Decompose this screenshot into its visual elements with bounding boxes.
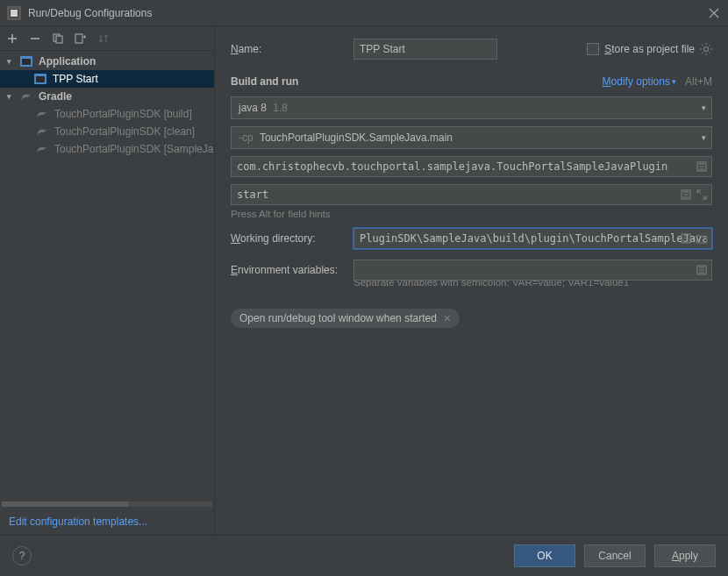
section-title: Build and run <box>231 75 603 88</box>
expand-icon[interactable] <box>695 188 709 202</box>
main-class-input[interactable] <box>231 156 712 177</box>
svg-rect-6 <box>22 59 31 65</box>
classpath-dropdown[interactable]: -cp TouchPortalPluginSDK.SampleJava.main… <box>231 126 712 149</box>
copy-icon[interactable] <box>51 32 65 46</box>
list-icon[interactable] <box>679 188 693 202</box>
sidebar: ▾ Application TPP Start ▾ Gradle TouchPo… <box>0 26 215 535</box>
ok-button[interactable]: OK <box>514 544 575 567</box>
chevron-down-icon: ▾ <box>702 133 706 142</box>
gradle-icon <box>35 108 49 120</box>
workdir-row: Working directory: <box>231 228 712 249</box>
gradle-icon <box>35 125 49 138</box>
jdk-name: java 8 <box>239 102 267 114</box>
modify-options-link[interactable]: Modify options ▾ <box>603 75 676 88</box>
folder-icon[interactable] <box>695 231 709 245</box>
tree-node-tpp-start[interactable]: TPP Start <box>0 70 214 88</box>
svg-rect-3 <box>56 36 62 43</box>
tree-node-gradle-build[interactable]: TouchPortalPluginSDK [build] <box>0 105 214 123</box>
main-panel: Name: Store as project file Build and ru… <box>215 26 728 535</box>
tree-node-gradle-samplejava[interactable]: TouchPortalPluginSDK [SampleJava <box>0 140 214 158</box>
add-icon[interactable] <box>5 32 19 46</box>
chip-label: Open run/debug tool window when started <box>239 312 437 324</box>
option-chip[interactable]: Open run/debug tool window when started … <box>231 309 460 328</box>
tree-label: TouchPortalPluginSDK [clean] <box>54 125 195 138</box>
build-run-header: Build and run Modify options ▾ Alt+M <box>231 75 712 88</box>
footer: ? OK Cancel Apply <box>0 535 728 576</box>
svg-rect-4 <box>75 34 82 43</box>
workdir-label: Working directory: <box>231 232 353 245</box>
application-icon <box>33 73 47 85</box>
cancel-button[interactable]: Cancel <box>584 544 646 567</box>
body: ▾ Application TPP Start ▾ Gradle TouchPo… <box>0 26 728 535</box>
save-template-icon[interactable] <box>74 32 88 46</box>
name-input[interactable] <box>353 39 497 60</box>
sidebar-toolbar <box>0 26 214 51</box>
cp-prefix: -cp <box>239 132 253 144</box>
gradle-icon <box>19 90 33 103</box>
close-icon[interactable] <box>707 6 721 20</box>
field-hint: Press Alt for field hints <box>231 209 712 219</box>
chevron-down-icon: ▾ <box>7 57 16 66</box>
tree-label: Application <box>39 55 96 68</box>
tree-label: TouchPortalPluginSDK [SampleJava <box>54 143 214 155</box>
titlebar: Run/Debug Configurations <box>0 0 728 26</box>
sort-icon <box>96 32 111 46</box>
svg-point-9 <box>704 47 709 52</box>
cp-module: TouchPortalPluginSDK.SampleJava.main <box>260 132 453 144</box>
help-button[interactable]: ? <box>12 546 32 565</box>
app-icon <box>7 6 21 20</box>
list-icon[interactable] <box>679 231 693 245</box>
application-icon <box>19 55 33 68</box>
gradle-icon <box>35 143 49 155</box>
tree-label: Gradle <box>39 90 72 103</box>
shortcut-hint: Alt+M <box>685 75 712 88</box>
svg-rect-8 <box>36 76 45 82</box>
tree-node-gradle[interactable]: ▾ Gradle <box>0 88 214 105</box>
env-label: Environment variables: <box>231 264 353 276</box>
list-icon[interactable] <box>695 160 709 174</box>
env-input[interactable] <box>353 260 712 281</box>
jdk-dropdown[interactable]: java 8 1.8 ▾ <box>231 96 712 119</box>
store-as-file-row: Store as project file <box>587 43 712 55</box>
chevron-down-icon: ▾ <box>7 92 16 101</box>
store-checkbox[interactable] <box>587 43 599 55</box>
edit-templates-link[interactable]: Edit configuration templates... <box>0 508 214 535</box>
tree-label: TouchPortalPluginSDK [build] <box>54 108 192 120</box>
remove-icon[interactable] <box>28 32 42 46</box>
store-label: Store as project file <box>604 43 695 55</box>
close-icon[interactable]: × <box>444 312 451 324</box>
tree-label: TPP Start <box>53 73 98 85</box>
window-title: Run/Debug Configurations <box>28 7 707 19</box>
tree-node-application[interactable]: ▾ Application <box>0 53 214 70</box>
chevron-down-icon: ▾ <box>702 103 706 112</box>
workdir-input[interactable] <box>353 228 712 249</box>
list-icon[interactable] <box>695 263 709 277</box>
apply-button[interactable]: Apply <box>654 544 716 567</box>
program-args-input[interactable] <box>231 184 712 205</box>
gear-icon[interactable] <box>700 43 712 55</box>
svg-rect-1 <box>11 10 18 17</box>
chevron-down-icon: ▾ <box>672 77 676 86</box>
tree-node-gradle-clean[interactable]: TouchPortalPluginSDK [clean] <box>0 123 214 140</box>
config-tree: ▾ Application TPP Start ▾ Gradle TouchPo… <box>0 51 214 501</box>
name-row: Name: Store as project file <box>231 39 712 60</box>
jdk-version: 1.8 <box>273 102 288 114</box>
sidebar-scrollbar[interactable] <box>2 501 212 507</box>
name-label: Name: <box>231 43 353 55</box>
